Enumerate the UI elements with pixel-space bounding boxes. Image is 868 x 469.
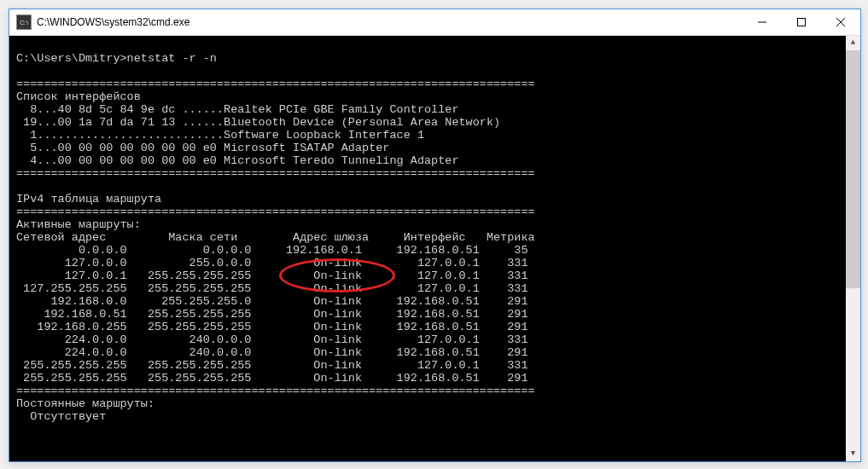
prompt-line: C:\Users\Dmitry>netstat -r -n: [16, 52, 217, 65]
interface-line: 8...40 8d 5c 84 9e dc ......Realtek PCIe…: [16, 103, 458, 116]
route-row: 127.0.0.1 255.255.255.255 On-link 127.0.…: [16, 269, 528, 282]
interface-line: 4...00 00 00 00 00 00 00 e0 Microsoft Te…: [16, 154, 458, 167]
maximize-icon: [797, 18, 806, 26]
minimize-icon: [758, 18, 766, 26]
vertical-scrollbar[interactable]: ▲ ▼: [846, 36, 860, 461]
route-row: 224.0.0.0 240.0.0.0 On-link 192.168.0.51…: [16, 346, 528, 359]
ipv4-title: IPv4 таблица маршрута: [16, 193, 161, 206]
route-row: 0.0.0.0 0.0.0.0 192.168.0.1 192.168.0.51…: [16, 244, 528, 257]
titlebar[interactable]: C:\ C:\WINDOWS\system32\cmd.exe: [9, 9, 860, 36]
route-row: 127.0.0.0 255.0.0.0 On-link 127.0.0.1 33…: [16, 257, 528, 269]
interfaces-header: Список интерфейсов: [16, 90, 141, 103]
route-row: 255.255.255.255 255.255.255.255 On-link …: [16, 359, 528, 372]
separator: ========================================…: [16, 78, 535, 90]
route-row: 224.0.0.0 240.0.0.0 On-link 127.0.0.1 33…: [16, 333, 528, 346]
maximize-button[interactable]: [782, 9, 821, 35]
close-icon: [836, 18, 845, 26]
route-columns: Сетевой адрес Маска сети Адрес шлюза Инт…: [16, 231, 535, 244]
route-row: 127.255.255.255 255.255.255.255 On-link …: [16, 282, 528, 295]
persistent-routes-none: Отсутствует: [16, 410, 106, 423]
active-routes-header: Активные маршруты:: [16, 218, 141, 231]
route-row: 192.168.0.51 255.255.255.255 On-link 192…: [16, 308, 528, 321]
scrollbar-thumb[interactable]: [846, 50, 860, 288]
window-controls: [743, 9, 860, 35]
scroll-up-button[interactable]: ▲: [846, 36, 860, 50]
interface-line: 1...........................Software Loo…: [16, 129, 424, 142]
route-row: 192.168.0.0 255.255.255.0 On-link 192.16…: [16, 295, 528, 308]
route-row: 192.168.0.255 255.255.255.255 On-link 19…: [16, 321, 528, 333]
cmd-icon: C:\: [16, 14, 32, 30]
console-area[interactable]: C:\Users\Dmitry>netstat -r -n ==========…: [9, 36, 860, 461]
minimize-button[interactable]: [743, 9, 782, 35]
cmd-window: C:\ C:\WINDOWS\system32\cmd.exe C:\Users…: [9, 9, 861, 462]
separator: ========================================…: [16, 167, 535, 180]
separator: ========================================…: [16, 206, 535, 218]
separator: ========================================…: [16, 385, 535, 397]
svg-rect-1: [798, 19, 806, 26]
close-button[interactable]: [821, 9, 860, 35]
scroll-down-button[interactable]: ▼: [846, 447, 860, 461]
route-row: 255.255.255.255 255.255.255.255 On-link …: [16, 372, 528, 385]
interface-line: 5...00 00 00 00 00 00 00 e0 Microsoft IS…: [16, 142, 389, 154]
interface-line: 19...00 1a 7d da 71 13 ......Bluetooth D…: [16, 116, 500, 129]
window-title: C:\WINDOWS\system32\cmd.exe: [37, 16, 743, 28]
scrollbar-track[interactable]: [846, 50, 860, 447]
persistent-routes-header: Постоянные маршруты:: [16, 397, 154, 410]
